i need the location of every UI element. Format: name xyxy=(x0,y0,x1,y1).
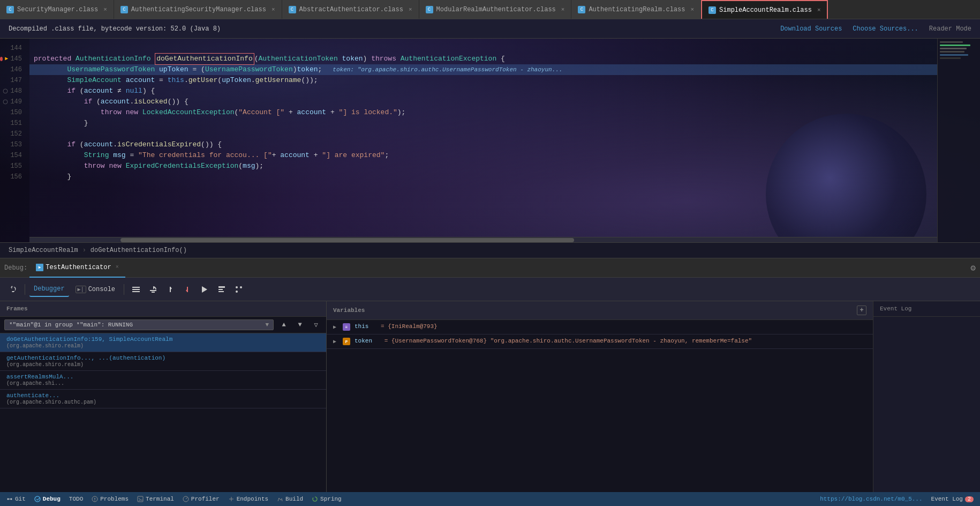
reader-mode-label[interactable]: Reader Mode xyxy=(929,25,971,33)
debugger-label: Debugger xyxy=(34,285,65,293)
breadcrumb-class[interactable]: SimpleAccountRealm xyxy=(9,247,78,254)
var-expand-1[interactable]: ▶ xyxy=(333,324,338,330)
tab-close-5[interactable]: × xyxy=(690,6,694,13)
tab-close-4[interactable]: × xyxy=(561,6,565,13)
svg-rect-7 xyxy=(170,287,171,292)
problems-status[interactable]: Problems xyxy=(92,496,129,502)
debug-status[interactable]: Debug xyxy=(34,496,61,502)
var-item-this[interactable]: ▶ ≡ this = {IniRealm@793} xyxy=(327,320,873,334)
tab-auth-security-manager[interactable]: C AuthenticatingSecurityManager.class × xyxy=(114,0,282,19)
step-into-button[interactable] xyxy=(163,282,178,297)
csdn-url[interactable]: https://blog.csdn.net/m0_5... xyxy=(820,496,922,502)
tab-modular-realm-authenticator[interactable]: C ModularRealmAuthenticator.class × xyxy=(419,0,572,19)
frame-name-4: authenticate... xyxy=(6,392,320,399)
frame-item-3[interactable]: assertRealmsMulA... (org.apache.shi... xyxy=(0,371,326,390)
evaluate-button[interactable] xyxy=(214,282,229,297)
show-frames-button[interactable] xyxy=(129,282,144,297)
code-line-145: protected AuthenticationInfo doGetAuthen… xyxy=(29,54,937,64)
svg-rect-8 xyxy=(187,287,188,292)
svg-rect-2 xyxy=(132,287,140,288)
tab-simple-account-realm[interactable]: C SimpleAccountRealm.class × xyxy=(701,0,828,19)
debug-arrow-145: ▶ xyxy=(5,54,8,64)
problems-icon xyxy=(92,496,98,502)
event-log-header: Event Log xyxy=(873,301,980,317)
choose-sources-button[interactable]: Choose Sources... xyxy=(853,25,918,33)
terminal-status[interactable]: Terminal xyxy=(137,496,174,502)
svg-rect-21 xyxy=(138,496,143,502)
variables-header: Variables + xyxy=(327,301,873,320)
editor-area: 144 ▶ 145 146 147 148 149 150 151 152 15… xyxy=(0,39,980,242)
frame-item-1[interactable]: doGetAuthenticationInfo:159, SimpleAccou… xyxy=(0,333,326,352)
var-eq-1 xyxy=(373,323,376,330)
build-status[interactable]: Build xyxy=(277,496,303,502)
ln-146: 146 xyxy=(0,64,24,75)
svg-point-20 xyxy=(95,500,95,501)
step-out-button[interactable] xyxy=(180,282,195,297)
tab-security-manager[interactable]: C SecurityManager.class × xyxy=(0,0,114,19)
tab-label-3: AbstractAuthenticator.class xyxy=(299,6,403,13)
breadcrumb-method[interactable]: doGetAuthenticationInfo() xyxy=(91,247,187,254)
debug-session-tab[interactable]: ▶ TestAuthenticator × xyxy=(29,258,125,278)
debug-content: Frames *"main"@1 in group *"main": RUNNI… xyxy=(0,301,980,505)
add-watch-button[interactable]: + xyxy=(857,306,866,315)
frame-up-button[interactable]: ▲ xyxy=(278,319,290,331)
frames-controls: *"main"@1 in group *"main": RUNNING ▼ ▲ … xyxy=(0,317,326,333)
git-status[interactable]: Git xyxy=(6,496,26,502)
console-icon: ▶| xyxy=(76,286,86,293)
frame-filter-button[interactable]: ▽ xyxy=(310,319,322,331)
step-over-button[interactable] xyxy=(146,282,161,297)
frame-name-3: assertRealmsMulA... xyxy=(6,374,320,380)
spring-status[interactable]: Spring xyxy=(312,496,342,502)
run-to-cursor-button[interactable] xyxy=(197,282,212,297)
shield-icon-149 xyxy=(3,99,8,105)
tab-bar: C SecurityManager.class × C Authenticati… xyxy=(0,0,980,19)
ln-150: 150 xyxy=(0,107,24,118)
var-val-2: = {UsernamePasswordToken@768} "org.apach… xyxy=(385,338,866,344)
profiler-status[interactable]: Profiler xyxy=(183,496,220,502)
event-badge: 2 xyxy=(965,496,974,502)
breadcrumb-separator: › xyxy=(82,247,86,254)
refresh-button[interactable] xyxy=(4,282,19,297)
thread-select[interactable]: *"main"@1 in group *"main": RUNNING ▼ xyxy=(4,319,274,330)
console-tab-btn[interactable]: ▶| Console xyxy=(71,282,119,297)
tab-authenticating-realm[interactable]: C AuthenticatingRealm.class × xyxy=(571,0,701,19)
tab-icon-3: C xyxy=(289,6,296,13)
code-line-147: SimpleAccount account = this . getUser (… xyxy=(29,75,937,86)
tab-abstract-authenticator[interactable]: C AbstractAuthenticator.class × xyxy=(282,0,419,19)
trace-button[interactable] xyxy=(231,282,246,297)
code-line-151: } xyxy=(29,118,937,129)
debug-settings-button[interactable]: ⚙ xyxy=(970,263,976,273)
event-log-status[interactable]: Event Log 2 xyxy=(931,496,974,502)
tab-close-6[interactable]: × xyxy=(817,7,821,13)
endpoints-status[interactable]: Endpoints xyxy=(228,496,268,502)
download-sources-button[interactable]: Download Sources xyxy=(780,25,842,33)
debugger-tab-btn[interactable]: Debugger xyxy=(29,282,69,297)
tab-label-5: AuthenticatingRealm.class xyxy=(589,6,685,13)
code-line-153: if ( account . isCredentialsExpired ()) … xyxy=(29,139,937,150)
tab-close-1[interactable]: × xyxy=(103,6,107,13)
tab-icon-1: C xyxy=(6,6,14,13)
var-expand-2[interactable]: ▶ xyxy=(333,338,338,345)
profiler-label: Profiler xyxy=(191,496,220,502)
frame-down-button[interactable]: ▼ xyxy=(294,319,306,331)
spring-icon xyxy=(312,496,318,502)
tab-close-2[interactable]: × xyxy=(272,6,275,13)
tab-icon-6: C xyxy=(708,6,716,14)
terminal-label: Terminal xyxy=(146,496,174,502)
session-close[interactable]: × xyxy=(116,264,119,270)
breakpoint-145[interactable] xyxy=(0,57,3,61)
tab-close-3[interactable]: × xyxy=(409,6,412,13)
debug-label: Debug: xyxy=(4,264,27,272)
frame-item-4[interactable]: authenticate... (org.apache.shiro.authc.… xyxy=(0,390,326,408)
debug-tab-bar: Debug: ▶ TestAuthenticator × ⚙ xyxy=(0,258,980,278)
minimap[interactable] xyxy=(937,39,980,242)
var-item-token[interactable]: ▶ P token = {UsernamePasswordToken@768} … xyxy=(327,334,873,349)
frames-list: doGetAuthenticationInfo:159, SimpleAccou… xyxy=(0,333,326,505)
tab-icon-5: C xyxy=(578,6,585,13)
frame-item-2[interactable]: getAuthenticationInfo..., ...(authentica… xyxy=(0,352,326,371)
svg-rect-9 xyxy=(218,286,225,288)
debug-side-icons xyxy=(4,278,20,301)
todo-status[interactable]: TODO xyxy=(69,496,83,502)
ln-156: 156 xyxy=(0,172,24,182)
frame-class-4: (org.apache.shiro.authc.pam) xyxy=(6,399,320,405)
